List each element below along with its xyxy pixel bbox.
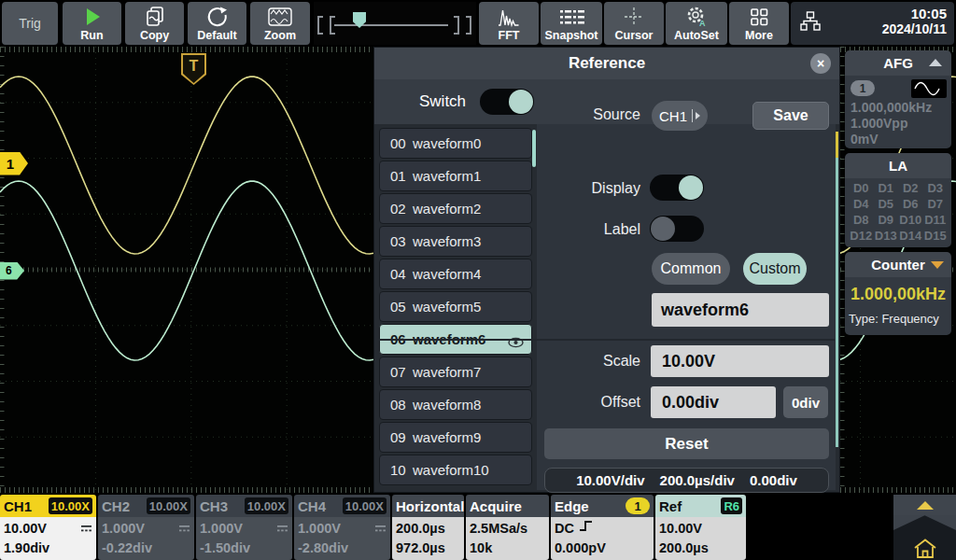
rising-edge-icon [579,519,594,539]
source-label: Source [538,106,640,123]
right-sidebar: AFG 1 1.000,000kHz 1.000Vpp 0mV LA D0D1D… [845,50,951,340]
volts-per-div: 10.00V [4,519,47,539]
reset-button[interactable]: Reset [544,428,829,459]
display-toggle[interactable] [650,175,704,201]
clock-panel[interactable]: 10:05 2024/10/11 [791,2,954,45]
source-divider [692,109,693,122]
collapse-up-icon [929,59,942,66]
date: 2024/10/11 [882,21,947,36]
waveform-list-item-00[interactable]: 00waveform0 [379,128,532,159]
custom-button[interactable]: Custom [743,253,807,285]
waveform-list-item-01[interactable]: 01waveform1 [379,161,532,191]
waveform-list-item-10[interactable]: 10waveform10 [379,455,532,485]
default-button[interactable]: Default [188,2,246,45]
item-index: 05 [390,299,413,315]
toggle-knob [651,217,675,241]
acquire-tile[interactable]: Acquire 2.5MSa/s 10k [466,495,549,560]
common-button[interactable]: Common [652,253,730,285]
dc-coupling-icon [80,519,92,539]
fft-spectrum-icon [497,5,521,29]
waveform-list-item-03[interactable]: 03waveform3 [379,226,532,257]
home-icon [913,538,937,560]
copy-button[interactable]: Copy [125,2,184,45]
save-button[interactable]: Save [752,102,829,130]
network-icon [799,10,822,36]
channel-offset: -0.22div [102,539,190,558]
afg-panel-header[interactable]: AFG [845,50,951,76]
la-title: LA [889,158,907,174]
la-channel-d0: D0 [849,181,874,195]
channel-tile-ch2[interactable]: CH210.00X1.000V-0.22div [98,495,194,560]
afg-panel[interactable]: 1 1.000,000kHz 1.000Vpp 0mV [845,76,951,148]
trigger-tile[interactable]: Edge 1 DC 0.000pV [551,495,654,560]
item-index: 02 [390,201,413,217]
la-channel-d15: D15 [923,229,949,243]
channel-tile-ch3[interactable]: CH310.00X1.000V-1.50div [196,495,292,560]
channel-tile-ch1[interactable]: CH110.00X10.00V1.90div [0,495,96,560]
volts-per-div: 1.000V [298,519,341,539]
item-name: waveform10 [413,462,489,478]
la-channel-d8: D8 [849,213,874,227]
item-index: 04 [390,266,413,282]
trig-button[interactable]: Trig [2,2,58,45]
afg-amplitude: 1.000Vpp [851,116,946,132]
waveform-list-item-02[interactable]: 02waveform2 [379,193,532,224]
counter-panel[interactable]: 1.000,00kHz Type: Frequency [845,277,951,335]
scroll-indicator-cap [836,132,838,158]
up-arrow-icon [917,501,934,510]
expand-menu-button[interactable] [893,495,956,515]
close-icon[interactable]: × [810,53,831,74]
waveform-list-item-09[interactable]: 09waveform9 [379,422,532,453]
ref-tile[interactable]: Ref R6 10.00V 200.0µs [655,495,746,560]
label-toggle[interactable] [650,216,704,242]
channel-tile-ch4[interactable]: CH410.00X1.000V-2.80div [294,495,390,560]
waveform-list-item-07[interactable]: 07waveform7 [379,357,532,387]
reference-switch-toggle[interactable] [480,89,534,115]
counter-panel-header[interactable]: Counter [845,252,951,277]
zero-div-button[interactable]: 0div [783,386,828,418]
la-channel-d13: D13 [874,229,899,243]
item-name: waveform0 [413,135,481,151]
display-label: Display [538,180,640,197]
svg-text:A: A [699,19,706,28]
scale-input[interactable]: 10.00V [651,345,829,377]
la-panel-header[interactable]: LA [845,153,951,178]
la-channel-d9: D9 [874,213,899,227]
horizontal-tile[interactable]: Horizontal 200.0µs 972.0µs [392,495,464,560]
slider-track [334,24,448,26]
snapshot-button[interactable]: Snapshot [541,2,602,45]
waveform-list: 00waveform001waveform102waveform203wavef… [379,128,532,487]
waveform-name-input[interactable]: waveform6 [652,293,829,327]
more-button[interactable]: More [729,2,789,45]
zoom-wave-icon [267,5,293,29]
item-name: waveform9 [413,429,481,445]
timebase-value: 200.0µs [396,519,460,539]
autoset-button[interactable]: A AutoSet [666,2,727,45]
sine-wave-icon [911,79,947,98]
panel-scrollbar[interactable] [836,158,838,447]
item-index: 01 [390,168,413,184]
reference-dialog: Reference × Switch 00waveform001waveform… [373,47,840,493]
run-button[interactable]: Run [63,2,121,45]
home-button[interactable] [893,515,956,560]
la-panel[interactable]: D0D1D2D3D4D5D6D7D8D9D10D11D12D13D14D15 [845,178,951,247]
channel-name: CH4 [298,498,326,514]
la-channel-d6: D6 [898,197,923,211]
fft-button[interactable]: FFT [479,2,539,45]
la-channel-d1: D1 [874,181,899,195]
ref-title: Ref [659,498,682,514]
waveform-list-item-05[interactable]: 05waveform5 [379,291,532,322]
trigger-position-slider[interactable] [314,2,476,45]
list-scrollbar[interactable] [532,130,536,167]
trigger-coupling: DC [555,519,574,539]
afg-frequency: 1.000,000kHz [851,100,946,116]
offset-input[interactable]: 0.00div [651,386,776,418]
slider-inner-right-bracket [454,16,459,35]
zoom-button[interactable]: Zoom [250,2,310,45]
cursor-button[interactable]: Cursor [604,2,664,45]
afg-title: AFG [883,55,913,71]
source-select[interactable]: CH1 [652,101,708,131]
waveform-list-item-04[interactable]: 04waveform4 [379,259,532,289]
waveform-list-item-08[interactable]: 08waveform8 [379,389,532,420]
la-channel-d2: D2 [898,181,923,195]
